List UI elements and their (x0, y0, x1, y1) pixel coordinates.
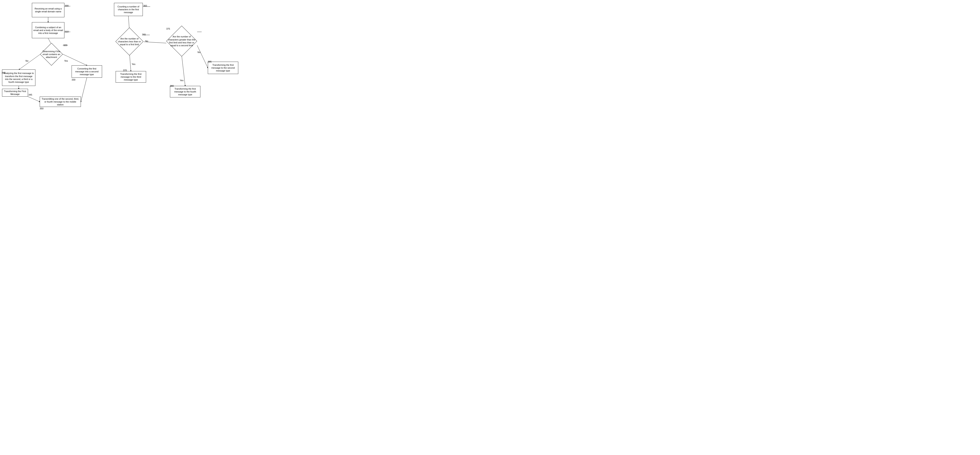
label-no-365: No (145, 40, 148, 42)
box-310: Combining a subject of an email and a bo… (32, 22, 64, 38)
svg-line-2 (19, 54, 41, 70)
svg-line-5 (28, 97, 40, 102)
step-310: 310 (65, 30, 68, 33)
diamond-320: Determining if the email contains an att… (40, 43, 63, 65)
step-370: 370 (123, 69, 127, 71)
step-330: 330 (72, 79, 75, 81)
label-yes-375: Yes (180, 79, 183, 82)
step-300: 300 (65, 5, 68, 7)
box-360: Counting a number of characters in the f… (114, 3, 143, 16)
svg-line-8 (129, 52, 131, 71)
label-no-320: No (25, 60, 29, 62)
step-375: 375 (166, 27, 170, 30)
label-yes-320: Yes (64, 60, 68, 62)
step-365: 365 (142, 33, 146, 36)
step-320: 320 (64, 44, 67, 46)
svg-line-6 (81, 78, 87, 102)
label-no-375: No (197, 51, 200, 54)
step-350: 350 (40, 107, 43, 110)
label-yes-365: Yes (132, 63, 135, 65)
step-340: 340 (2, 71, 5, 74)
step-345: 345 (29, 94, 32, 96)
box-330: Converting the first message into a seco… (72, 65, 102, 78)
svg-line-10 (196, 43, 208, 68)
box-350: Transmitting one of the second, third, o… (40, 97, 81, 107)
box-340: Analyzing the first message to transform… (2, 70, 35, 86)
flowchart-container: Receiving an email using a single email … (0, 0, 245, 114)
box-345: Transforming the First Message (2, 89, 28, 97)
diamond-365: Are the number of characters less than o… (115, 29, 144, 54)
box-300: Receiving an email using a single email … (32, 3, 64, 17)
step-360: 360 (143, 5, 147, 7)
diamond-375: Are the number of characters greater tha… (166, 27, 197, 55)
box-385: Transforming the first message to the se… (208, 62, 238, 74)
step-380: 380 (170, 85, 173, 87)
box-370: Transforming the first message to the th… (116, 71, 146, 82)
step-385: 385 (208, 60, 212, 63)
box-380: Transforming the first message to the fo… (170, 86, 200, 97)
